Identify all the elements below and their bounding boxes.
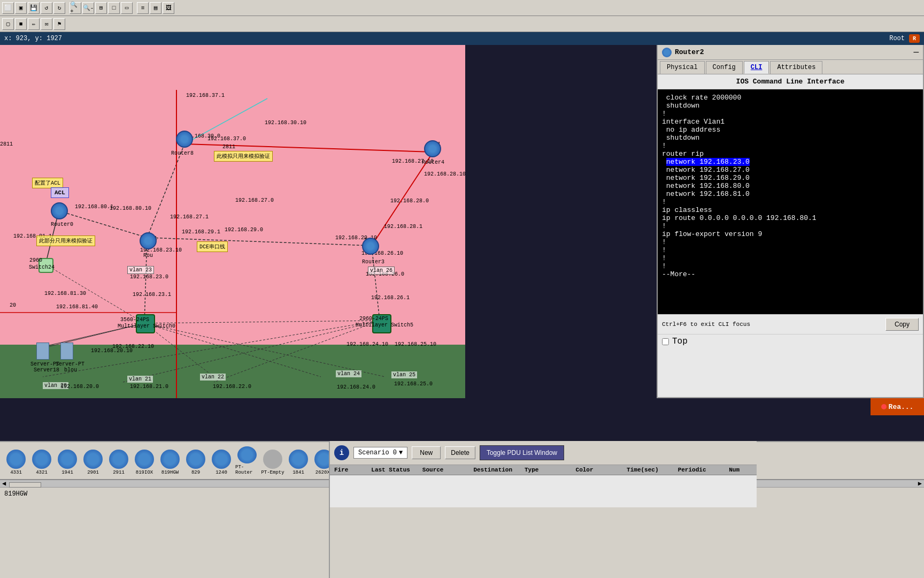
device-1240-icon — [212, 450, 231, 469]
tab-cli[interactable]: CLI — [744, 61, 769, 74]
device-pt-router[interactable]: PT-Router — [235, 446, 259, 475]
acl-label: ACL — [51, 187, 69, 198]
device-2911-label: 2911 — [113, 470, 125, 475]
router2-title-icon — [662, 48, 672, 57]
toolbar-select[interactable]: ▢ — [2, 18, 14, 30]
device-pt-empty-label: PT-Empty — [261, 470, 284, 475]
toolbar-palette[interactable]: ▤ — [150, 2, 161, 14]
device-819hgw-label: 819HGW — [161, 470, 179, 475]
device-829[interactable]: 829 — [184, 446, 207, 475]
toolbar-btn-1[interactable]: ⬜ — [2, 2, 14, 14]
svg-line-15 — [40, 323, 144, 347]
realtime-label: Rea... — [889, 403, 914, 411]
device-pt-router-icon — [237, 446, 257, 463]
tab-attributes[interactable]: Attributes — [770, 61, 822, 74]
toolbar-mail[interactable]: ✉ — [41, 18, 52, 30]
multilayer-switch-5-icon[interactable] — [372, 314, 391, 333]
device-1941[interactable]: 1941 — [56, 446, 79, 475]
router-0-label: Router0 — [51, 222, 73, 227]
ip-label: 192.168.26.1 — [371, 295, 410, 301]
device-1841-label: 1841 — [292, 470, 304, 475]
toolbar-list[interactable]: ≡ — [137, 2, 149, 14]
ip-label: 192.168.23.1 — [133, 292, 171, 298]
router-4-label: Router4 — [422, 159, 444, 165]
toolbar-btn-3[interactable]: 💾 — [28, 2, 40, 14]
multilayer-switch-0-icon[interactable] — [136, 314, 155, 333]
copy-button[interactable]: Copy — [886, 318, 919, 331]
realtime-badge: Rea... — [871, 398, 924, 415]
ip-label: 192.168.28.0 — [390, 198, 429, 204]
svg-line-17 — [372, 246, 380, 321]
toolbar-pen[interactable]: ✏ — [28, 18, 40, 30]
svg-line-5 — [59, 211, 147, 238]
device-1841[interactable]: 1841 — [287, 446, 310, 475]
toolbar-btn-2[interactable]: ▣ — [15, 2, 27, 14]
ip-label: 192.168.37.1 — [186, 93, 225, 98]
switch-24-icon[interactable] — [38, 258, 53, 273]
pdu-table-header: Fire Last Status Source Destination Type… — [330, 465, 757, 475]
router-4-icon[interactable] — [424, 140, 441, 157]
router-8-icon[interactable] — [176, 131, 193, 148]
pdu-area: i Scenario 0 ▼ New Delete Toggle PDU Lis… — [329, 441, 757, 578]
device-819hgw[interactable]: 819HGW — [158, 446, 182, 475]
device-pt-empty[interactable]: PT-Empty — [261, 446, 284, 475]
toolbar-zoom-fit[interactable]: ⊞ — [95, 2, 107, 14]
annotation-acl-config: 配置了ACL — [32, 178, 63, 188]
scenario-dropdown[interactable]: Scenario 0 ▼ — [353, 447, 407, 459]
canvas-area[interactable]: 192.168.37.1 192.168.30.10 192.168.30.0 … — [0, 45, 465, 398]
device-pt-router-label: PT-Router — [235, 465, 259, 475]
router2-close-btn[interactable]: — — [913, 48, 919, 57]
cli-content[interactable]: clock rate 2000000 shutdown ! interface … — [658, 89, 923, 314]
ip-label: 192.168.30.10 — [265, 120, 306, 126]
svg-line-0 — [147, 144, 184, 238]
root-label: Root — [889, 35, 909, 42]
pdu-table-body — [330, 475, 757, 507]
toggle-pdu-button[interactable]: Toggle PDU List Window — [480, 445, 564, 460]
ip-label: 192.168.27.0 — [235, 197, 274, 203]
ip-label: 192.168.29.1 — [182, 229, 220, 235]
device-1240-label: 1240 — [215, 470, 227, 475]
server-18-icon[interactable] — [36, 343, 49, 360]
device-1841-icon — [289, 450, 308, 469]
device-1941-label: 1941 — [61, 470, 73, 475]
scroll-left-btn[interactable]: ◀ — [0, 480, 8, 488]
device-2901[interactable]: 2901 — [81, 446, 105, 475]
router-3-icon[interactable] — [362, 238, 379, 255]
col-type: Type — [522, 467, 574, 473]
annotation-sim2: 此部分只用来模拟验证 — [36, 235, 95, 246]
toolbar-btn-4[interactable]: ↺ — [41, 2, 52, 14]
device-819iox[interactable]: 819IOX — [133, 446, 156, 475]
device-4331[interactable]: 4331 — [4, 446, 28, 475]
scroll-thumb[interactable] — [9, 482, 41, 488]
pdu-new-button[interactable]: New — [412, 446, 441, 459]
toolbar-ellipse[interactable]: ▭ — [121, 2, 133, 14]
device-819iox-label: 819IOX — [136, 470, 153, 475]
toolbar-fill[interactable]: ■ — [15, 18, 27, 30]
toolbar-image[interactable]: 🖼 — [163, 2, 174, 14]
toolbar-zoom-in[interactable]: 🔍+ — [70, 2, 81, 14]
top-label: Top — [672, 337, 688, 346]
router-0-icon[interactable] — [51, 202, 68, 219]
scroll-right-btn[interactable]: ▶ — [916, 480, 924, 488]
device-819iox-icon — [135, 450, 154, 469]
toolbar-btn-5[interactable]: ↻ — [53, 2, 65, 14]
router-mid-icon[interactable] — [140, 232, 157, 249]
device-2811-label: 2811 — [222, 144, 235, 150]
pdu-delete-button[interactable]: Delete — [445, 446, 475, 459]
toolbar-rect[interactable]: □ — [108, 2, 120, 14]
device-1240[interactable]: 1240 — [210, 446, 233, 475]
device-2911[interactable]: 2911 — [107, 446, 130, 475]
device-4331-icon — [6, 450, 26, 469]
device-2901-label: 2901 — [87, 470, 99, 475]
device-4321[interactable]: 4321 — [30, 446, 53, 475]
toolbar-zoom-out[interactable]: 🔍- — [82, 2, 94, 14]
col-periodic: Periodic — [676, 467, 727, 473]
toolbar-flag[interactable]: ⚑ — [53, 18, 65, 30]
col-num: Num — [727, 467, 754, 473]
server-blou-icon[interactable] — [60, 343, 73, 360]
cli-line-1: clock rate 2000000 shutdown ! interface … — [662, 94, 817, 278]
top-checkbox[interactable] — [662, 338, 669, 345]
device-1941-icon — [58, 450, 77, 469]
tab-physical[interactable]: Physical — [660, 61, 705, 74]
tab-config[interactable]: Config — [706, 61, 743, 74]
